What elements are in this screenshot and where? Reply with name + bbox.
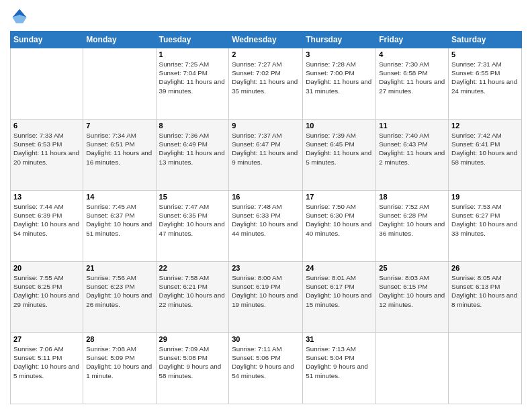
day-info: Sunrise: 7:06 AM Sunset: 5:11 PM Dayligh… [13,345,80,380]
day-info: Sunrise: 7:09 AM Sunset: 5:08 PM Dayligh… [159,345,226,380]
calendar-cell: 9Sunrise: 7:37 AM Sunset: 6:47 PM Daylig… [229,120,303,191]
day-info: Sunrise: 7:30 AM Sunset: 6:58 PM Dayligh… [379,60,445,95]
day-info: Sunrise: 7:28 AM Sunset: 7:00 PM Dayligh… [306,60,373,95]
calendar-week-row: 27Sunrise: 7:06 AM Sunset: 5:11 PM Dayli… [11,333,522,404]
day-info: Sunrise: 7:47 AM Sunset: 6:35 PM Dayligh… [159,202,226,238]
calendar-week-row: 13Sunrise: 7:44 AM Sunset: 6:39 PM Dayli… [11,191,522,262]
day-number: 12 [451,122,519,130]
calendar-cell: 23Sunrise: 8:00 AM Sunset: 6:19 PM Dayli… [229,262,303,333]
calendar-cell: 20Sunrise: 7:55 AM Sunset: 6:25 PM Dayli… [11,262,83,333]
logo [10,7,32,26]
calendar-cell: 10Sunrise: 7:39 AM Sunset: 6:45 PM Dayli… [303,120,376,191]
day-info: Sunrise: 7:31 AM Sunset: 6:55 PM Dayligh… [451,60,519,95]
day-number: 29 [159,335,226,343]
day-number: 25 [379,264,445,272]
col-monday: Monday [83,32,156,48]
calendar-cell: 16Sunrise: 7:48 AM Sunset: 6:33 PM Dayli… [229,191,303,262]
day-number: 21 [86,264,152,272]
calendar-cell: 18Sunrise: 7:52 AM Sunset: 6:28 PM Dayli… [376,191,449,262]
day-info: Sunrise: 7:08 AM Sunset: 5:09 PM Dayligh… [86,345,152,380]
col-tuesday: Tuesday [156,32,229,48]
day-info: Sunrise: 7:27 AM Sunset: 7:02 PM Dayligh… [232,60,300,95]
day-number: 2 [232,50,300,58]
calendar-cell: 25Sunrise: 8:03 AM Sunset: 6:15 PM Dayli… [376,262,449,333]
calendar-week-row: 6Sunrise: 7:33 AM Sunset: 6:53 PM Daylig… [11,120,522,191]
day-info: Sunrise: 7:50 AM Sunset: 6:30 PM Dayligh… [306,202,373,238]
day-info: Sunrise: 7:53 AM Sunset: 6:27 PM Dayligh… [451,202,519,238]
calendar-cell: 7Sunrise: 7:34 AM Sunset: 6:51 PM Daylig… [83,120,156,191]
col-wednesday: Wednesday [229,32,303,48]
day-number: 27 [13,335,80,343]
calendar-table: Sunday Monday Tuesday Wednesday Thursday… [10,31,522,404]
col-friday: Friday [376,32,449,48]
day-info: Sunrise: 7:34 AM Sunset: 6:51 PM Dayligh… [86,131,152,167]
day-number: 30 [232,335,300,343]
calendar-cell: 26Sunrise: 8:05 AM Sunset: 6:13 PM Dayli… [449,262,522,333]
day-number: 16 [232,193,300,201]
calendar-cell: 31Sunrise: 7:13 AM Sunset: 5:04 PM Dayli… [303,333,376,404]
calendar-header-row: Sunday Monday Tuesday Wednesday Thursday… [11,32,522,48]
day-info: Sunrise: 7:36 AM Sunset: 6:49 PM Dayligh… [159,131,226,167]
day-number: 14 [86,193,152,201]
calendar-cell: 24Sunrise: 8:01 AM Sunset: 6:17 PM Dayli… [303,262,376,333]
calendar-cell: 28Sunrise: 7:08 AM Sunset: 5:09 PM Dayli… [83,333,156,404]
calendar-cell: 30Sunrise: 7:11 AM Sunset: 5:06 PM Dayli… [229,333,303,404]
day-number: 6 [13,122,80,130]
col-thursday: Thursday [303,32,376,48]
calendar-cell: 5Sunrise: 7:31 AM Sunset: 6:55 PM Daylig… [449,48,522,120]
col-sunday: Sunday [11,32,83,48]
day-info: Sunrise: 7:11 AM Sunset: 5:06 PM Dayligh… [232,345,300,380]
calendar-cell: 17Sunrise: 7:50 AM Sunset: 6:30 PM Dayli… [303,191,376,262]
calendar-cell: 11Sunrise: 7:40 AM Sunset: 6:43 PM Dayli… [376,120,449,191]
day-number: 3 [306,50,373,58]
day-info: Sunrise: 8:00 AM Sunset: 6:19 PM Dayligh… [232,273,300,309]
day-number: 31 [306,335,373,343]
calendar-cell: 13Sunrise: 7:44 AM Sunset: 6:39 PM Dayli… [11,191,83,262]
logo-icon [10,7,29,26]
day-info: Sunrise: 8:01 AM Sunset: 6:17 PM Dayligh… [306,273,373,309]
calendar-cell: 2Sunrise: 7:27 AM Sunset: 7:02 PM Daylig… [229,48,303,120]
calendar-cell: 4Sunrise: 7:30 AM Sunset: 6:58 PM Daylig… [376,48,449,120]
calendar-cell: 1Sunrise: 7:25 AM Sunset: 7:04 PM Daylig… [156,48,229,120]
day-info: Sunrise: 7:25 AM Sunset: 7:04 PM Dayligh… [159,60,226,95]
calendar-cell: 29Sunrise: 7:09 AM Sunset: 5:08 PM Dayli… [156,333,229,404]
calendar-cell: 6Sunrise: 7:33 AM Sunset: 6:53 PM Daylig… [11,120,83,191]
calendar-cell: 22Sunrise: 7:58 AM Sunset: 6:21 PM Dayli… [156,262,229,333]
calendar-cell: 8Sunrise: 7:36 AM Sunset: 6:49 PM Daylig… [156,120,229,191]
calendar-cell [83,48,156,120]
day-info: Sunrise: 7:56 AM Sunset: 6:23 PM Dayligh… [86,273,152,309]
calendar-cell: 12Sunrise: 7:42 AM Sunset: 6:41 PM Dayli… [449,120,522,191]
day-number: 22 [159,264,226,272]
day-number: 9 [232,122,300,130]
calendar-cell: 27Sunrise: 7:06 AM Sunset: 5:11 PM Dayli… [11,333,83,404]
day-info: Sunrise: 7:39 AM Sunset: 6:45 PM Dayligh… [306,131,373,167]
day-number: 26 [451,264,519,272]
day-number: 11 [379,122,445,130]
day-info: Sunrise: 7:45 AM Sunset: 6:37 PM Dayligh… [86,202,152,238]
day-info: Sunrise: 7:37 AM Sunset: 6:47 PM Dayligh… [232,131,300,167]
day-number: 7 [86,122,152,130]
day-number: 24 [306,264,373,272]
day-info: Sunrise: 7:52 AM Sunset: 6:28 PM Dayligh… [379,202,445,238]
col-saturday: Saturday [449,32,522,48]
day-number: 5 [451,50,519,58]
calendar-cell [11,48,83,120]
day-number: 23 [232,264,300,272]
day-number: 28 [86,335,152,343]
calendar-cell: 14Sunrise: 7:45 AM Sunset: 6:37 PM Dayli… [83,191,156,262]
day-info: Sunrise: 7:13 AM Sunset: 5:04 PM Dayligh… [306,345,373,380]
day-info: Sunrise: 7:33 AM Sunset: 6:53 PM Dayligh… [13,131,80,167]
day-info: Sunrise: 7:40 AM Sunset: 6:43 PM Dayligh… [379,131,445,167]
calendar-cell: 19Sunrise: 7:53 AM Sunset: 6:27 PM Dayli… [449,191,522,262]
day-number: 19 [451,193,519,201]
day-number: 17 [306,193,373,201]
day-info: Sunrise: 7:58 AM Sunset: 6:21 PM Dayligh… [159,273,226,309]
calendar-week-row: 1Sunrise: 7:25 AM Sunset: 7:04 PM Daylig… [11,48,522,120]
calendar-cell: 3Sunrise: 7:28 AM Sunset: 7:00 PM Daylig… [303,48,376,120]
day-number: 1 [159,50,226,58]
page-header [10,7,522,26]
day-info: Sunrise: 7:55 AM Sunset: 6:25 PM Dayligh… [13,273,80,309]
day-info: Sunrise: 7:42 AM Sunset: 6:41 PM Dayligh… [451,131,519,167]
day-info: Sunrise: 8:03 AM Sunset: 6:15 PM Dayligh… [379,273,445,309]
day-number: 15 [159,193,226,201]
